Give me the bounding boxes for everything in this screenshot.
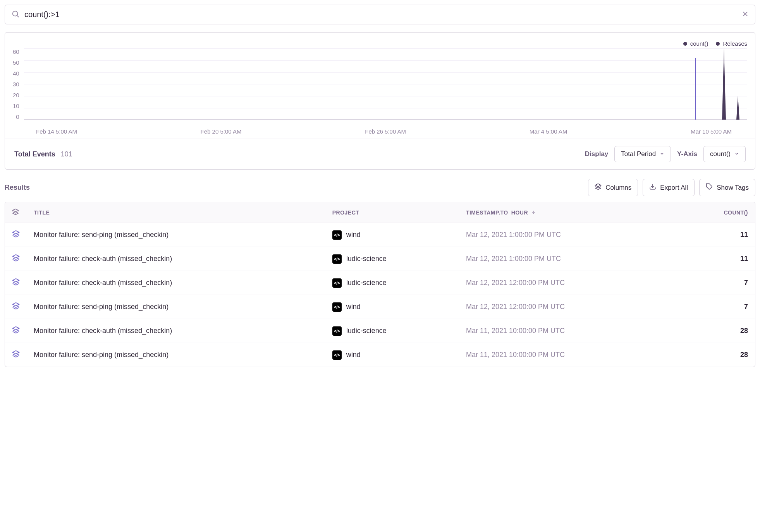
x-tick: Feb 20 5:00 AM <box>201 128 242 135</box>
chart-controls: Display Total Period Y-Axis count() <box>585 146 746 162</box>
row-timestamp: Mar 12, 2021 12:00:00 PM UTC <box>459 271 680 295</box>
legend-label: Releases <box>723 40 747 47</box>
table-row[interactable]: Monitor failure: send-ping (missed_check… <box>5 223 755 247</box>
legend-item-releases[interactable]: Releases <box>716 40 747 47</box>
total-events-label: Total Events <box>14 150 55 158</box>
svg-marker-4 <box>722 48 726 120</box>
row-title[interactable]: Monitor failure: check-auth (missed_chec… <box>27 319 325 343</box>
button-label: Show Tags <box>717 184 749 192</box>
layers-icon <box>12 326 20 334</box>
yaxis-label: Y-Axis <box>677 150 697 158</box>
row-project[interactable]: </> ludic-science <box>332 278 452 288</box>
y-tick: 40 <box>13 70 19 77</box>
search-bar <box>5 5 755 24</box>
row-project[interactable]: </> wind <box>332 230 452 240</box>
y-tick: 30 <box>13 81 19 88</box>
row-count: 11 <box>680 247 755 271</box>
svg-marker-6 <box>595 184 601 187</box>
svg-marker-13 <box>13 279 19 282</box>
y-tick: 10 <box>13 103 19 109</box>
svg-marker-9 <box>13 209 19 212</box>
table-header-row: TITLE PROJECT TIMESTAMP.TO_HOUR COUNT() <box>5 202 755 223</box>
row-title[interactable]: Monitor failure: send-ping (missed_check… <box>27 343 325 367</box>
row-project[interactable]: </> wind <box>332 350 452 360</box>
button-label: Columns <box>605 184 631 192</box>
plot-area[interactable] <box>24 48 747 126</box>
row-title[interactable]: Monitor failure: send-ping (missed_check… <box>27 223 325 247</box>
column-header-project[interactable]: PROJECT <box>325 202 459 223</box>
layers-icon <box>12 278 20 286</box>
legend-dot-icon <box>716 42 720 46</box>
legend-item-count[interactable]: count() <box>683 40 708 47</box>
column-header-title[interactable]: TITLE <box>27 202 325 223</box>
chart-body: 60 50 40 30 20 10 0 <box>13 48 747 126</box>
row-timestamp: Mar 12, 2021 1:00:00 PM UTC <box>459 223 680 247</box>
results-table: TITLE PROJECT TIMESTAMP.TO_HOUR COUNT() … <box>5 202 755 367</box>
project-badge-icon: </> <box>332 350 342 360</box>
project-name: wind <box>346 351 361 359</box>
layers-icon <box>12 254 20 262</box>
total-events-value: 101 <box>61 150 72 158</box>
x-axis: Feb 14 5:00 AM Feb 20 5:00 AM Feb 26 5:0… <box>13 126 747 135</box>
column-header-count[interactable]: COUNT() <box>680 202 755 223</box>
download-icon <box>649 183 656 192</box>
svg-line-1 <box>17 15 19 17</box>
table-row[interactable]: Monitor failure: send-ping (missed_check… <box>5 295 755 319</box>
summary-bar: Total Events 101 Display Total Period Y-… <box>5 139 755 169</box>
table-row[interactable]: Monitor failure: check-auth (missed_chec… <box>5 247 755 271</box>
project-name: ludic-science <box>346 327 387 335</box>
search-icon <box>11 10 20 19</box>
row-timestamp: Mar 12, 2021 12:00:00 PM UTC <box>459 295 680 319</box>
dropdown-value: Total Period <box>621 150 656 158</box>
results-header: Results Columns Export All Show Tags <box>5 179 755 196</box>
yaxis-dropdown[interactable]: count() <box>703 146 746 162</box>
row-project[interactable]: </> ludic-science <box>332 254 452 264</box>
table-row[interactable]: Monitor failure: check-auth (missed_chec… <box>5 271 755 295</box>
display-dropdown[interactable]: Total Period <box>614 146 671 162</box>
project-badge-icon: </> <box>332 302 342 312</box>
x-tick: Feb 26 5:00 AM <box>365 128 406 135</box>
layers-icon <box>12 230 20 238</box>
row-project[interactable]: </> wind <box>332 302 452 312</box>
search-input[interactable] <box>24 10 737 19</box>
y-tick: 50 <box>13 59 19 66</box>
layers-icon <box>12 350 20 358</box>
row-count: 28 <box>680 343 755 367</box>
chart-legend: count() Releases <box>13 40 747 47</box>
project-badge-icon: </> <box>332 230 342 240</box>
display-label: Display <box>585 150 608 158</box>
chart-bar <box>722 48 726 120</box>
project-badge-icon: </> <box>332 278 342 288</box>
row-title[interactable]: Monitor failure: check-auth (missed_chec… <box>27 271 325 295</box>
columns-button[interactable]: Columns <box>588 179 638 196</box>
table-row[interactable]: Monitor failure: check-auth (missed_chec… <box>5 319 755 343</box>
export-all-button[interactable]: Export All <box>643 179 695 196</box>
svg-marker-5 <box>736 96 739 120</box>
svg-point-0 <box>13 11 18 16</box>
table-row[interactable]: Monitor failure: send-ping (missed_check… <box>5 343 755 367</box>
row-title[interactable]: Monitor failure: check-auth (missed_chec… <box>27 247 325 271</box>
row-title[interactable]: Monitor failure: send-ping (missed_check… <box>27 295 325 319</box>
project-name: wind <box>346 231 361 239</box>
chart-bar <box>736 96 739 120</box>
row-count: 7 <box>680 271 755 295</box>
show-tags-button[interactable]: Show Tags <box>699 179 755 196</box>
column-header-icon[interactable] <box>5 202 27 223</box>
chart-area: count() Releases 60 50 40 30 20 10 0 <box>5 33 755 139</box>
column-header-label: TIMESTAMP.TO_HOUR <box>466 209 528 216</box>
button-label: Export All <box>660 184 688 192</box>
row-timestamp: Mar 11, 2021 10:00:00 PM UTC <box>459 343 680 367</box>
project-name: ludic-science <box>346 255 387 263</box>
x-tick: Mar 4 5:00 AM <box>530 128 567 135</box>
y-axis: 60 50 40 30 20 10 0 <box>13 48 24 120</box>
svg-marker-14 <box>13 303 19 306</box>
x-baseline <box>24 119 747 120</box>
row-timestamp: Mar 11, 2021 10:00:00 PM UTC <box>459 319 680 343</box>
layers-icon <box>595 183 602 192</box>
column-header-timestamp[interactable]: TIMESTAMP.TO_HOUR <box>459 202 680 223</box>
row-project[interactable]: </> ludic-science <box>332 326 452 336</box>
results-title: Results <box>5 184 30 192</box>
legend-label: count() <box>690 40 708 47</box>
clear-search-icon[interactable] <box>742 10 749 19</box>
chevron-down-icon <box>734 150 739 158</box>
